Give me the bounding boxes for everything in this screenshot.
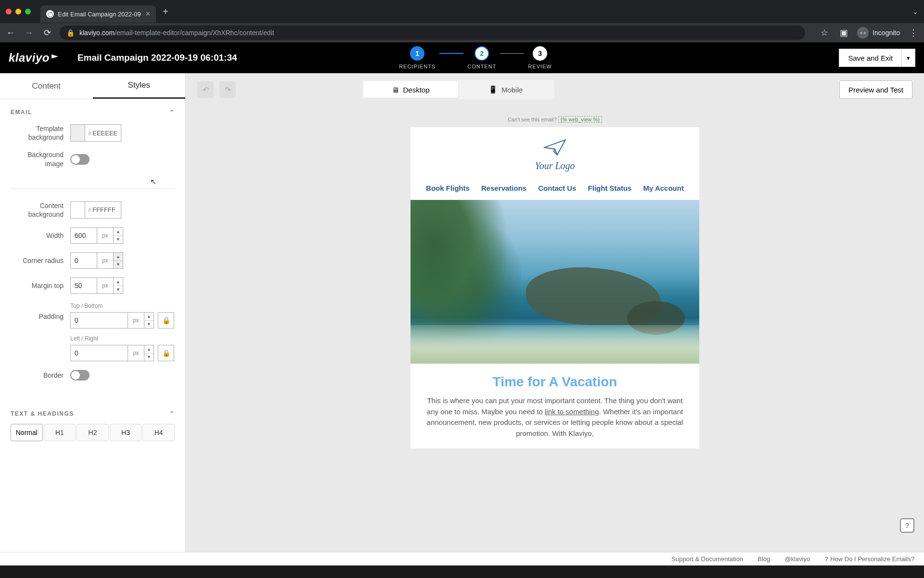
email-headline[interactable]: Time for A Vacation bbox=[411, 364, 699, 395]
incognito-indicator[interactable]: 👓 Incognito bbox=[857, 27, 900, 39]
desktop-view-button[interactable]: 🖥 Desktop bbox=[363, 81, 458, 98]
border-toggle[interactable] bbox=[70, 370, 90, 381]
email-preview[interactable]: Can't see this email? {% web_view %} You… bbox=[411, 112, 699, 552]
divider bbox=[11, 188, 175, 189]
klaviyo-logo[interactable]: klaviyo bbox=[9, 51, 58, 65]
help-bubble[interactable]: ? bbox=[900, 518, 914, 533]
new-tab-button[interactable]: + bbox=[163, 6, 168, 17]
htab-normal[interactable]: Normal bbox=[11, 424, 43, 441]
footer-blog-link[interactable]: Blog bbox=[757, 555, 770, 563]
tab-styles[interactable]: Styles bbox=[93, 73, 186, 99]
bookmark-star-icon[interactable]: ☆ bbox=[819, 27, 830, 38]
paper-plane-icon bbox=[543, 138, 566, 157]
close-tab-icon[interactable]: × bbox=[146, 10, 150, 18]
padding-lr-stepper[interactable]: ▲▼ bbox=[144, 345, 154, 361]
nav-flight-status[interactable]: Flight Status bbox=[588, 184, 632, 192]
footer-support-link[interactable]: Support & Documentation bbox=[671, 555, 743, 563]
radius-stepper[interactable]: ▲▼ bbox=[114, 252, 123, 269]
htab-h3[interactable]: H3 bbox=[110, 424, 142, 441]
step-down-icon[interactable]: ▼ bbox=[114, 236, 123, 244]
browser-tab[interactable]: ◯ Edit Email Campaign 2022-09 × bbox=[40, 5, 156, 23]
margin-label: Margin top bbox=[11, 281, 64, 290]
bg-image-toggle[interactable] bbox=[70, 154, 90, 165]
forward-button[interactable]: → bbox=[23, 28, 35, 38]
email-nav: Book Flights Reservations Contact Us Fli… bbox=[411, 178, 699, 200]
template-bg-swatch[interactable] bbox=[70, 124, 85, 142]
step-review[interactable]: 3 REVIEW bbox=[528, 46, 552, 69]
step-content[interactable]: 2 CONTENT bbox=[467, 46, 496, 69]
radius-input[interactable] bbox=[70, 252, 97, 269]
email-content[interactable]: Your Logo Book Flights Reservations Cont… bbox=[411, 127, 699, 448]
body-link[interactable]: link to something bbox=[545, 407, 599, 416]
reload-button[interactable]: ⟳ bbox=[41, 27, 53, 38]
lock-icon[interactable]: 🔒 bbox=[158, 345, 174, 361]
width-label: Width bbox=[11, 231, 64, 240]
close-window[interactable] bbox=[6, 9, 12, 14]
canvas-scroll[interactable]: Can't see this email? {% web_view %} You… bbox=[186, 106, 924, 552]
step-down-icon[interactable]: ▼ bbox=[114, 261, 123, 269]
panel-icon[interactable]: ▣ bbox=[838, 27, 849, 38]
redo-button[interactable]: ↷ bbox=[219, 81, 236, 98]
unit-px: px bbox=[128, 312, 144, 328]
save-and-exit-button[interactable]: Save and Exit bbox=[839, 49, 902, 67]
padding-tb-stepper[interactable]: ▲▼ bbox=[144, 312, 154, 328]
step-number: 2 bbox=[475, 46, 489, 61]
chevron-up-icon: ⌃ bbox=[169, 410, 175, 417]
email-body-text[interactable]: This is where you can put your most impo… bbox=[411, 395, 699, 448]
content-bg-swatch[interactable] bbox=[70, 201, 85, 219]
tab-title: Edit Email Campaign 2022-09 bbox=[58, 11, 141, 18]
footer-help-link[interactable]: ?How Do I Personalize Emails? bbox=[824, 555, 914, 563]
margin-input[interactable] bbox=[70, 277, 97, 294]
preview-and-test-button[interactable]: Preview and Test bbox=[839, 80, 912, 99]
undo-button[interactable]: ↶ bbox=[197, 81, 214, 98]
step-down-icon[interactable]: ▼ bbox=[114, 286, 123, 294]
section-email-header[interactable]: EMAIL ⌃ bbox=[0, 99, 185, 122]
back-button[interactable]: ← bbox=[5, 28, 16, 38]
padding-lr-input[interactable] bbox=[70, 345, 128, 361]
incognito-label: Incognito bbox=[873, 29, 900, 37]
width-input[interactable] bbox=[70, 227, 97, 244]
hero-image[interactable] bbox=[411, 200, 699, 364]
view-online-text: Can't see this email? bbox=[508, 117, 558, 122]
tab-content[interactable]: Content bbox=[0, 73, 93, 99]
nav-reservations[interactable]: Reservations bbox=[481, 184, 526, 192]
htab-h1[interactable]: H1 bbox=[44, 424, 76, 441]
web-view-tag[interactable]: {% web_view %} bbox=[558, 116, 602, 123]
step-recipients[interactable]: 1 RECIPIENTS bbox=[399, 46, 436, 69]
step-up-icon[interactable]: ▲ bbox=[114, 253, 123, 261]
footer-twitter-link[interactable]: @klaviyo bbox=[784, 555, 810, 563]
margin-stepper[interactable]: ▲▼ bbox=[114, 277, 123, 294]
step-up-icon[interactable]: ▲ bbox=[144, 313, 154, 321]
lock-icon[interactable]: 🔒 bbox=[158, 312, 174, 328]
nav-my-account[interactable]: My Account bbox=[643, 184, 683, 192]
kebab-menu-icon[interactable]: ⋮ bbox=[908, 27, 919, 38]
browser-tab-strip: ◯ Edit Email Campaign 2022-09 × + ⌄ bbox=[0, 0, 924, 23]
progress-stepper: 1 RECIPIENTS 2 CONTENT 3 REVIEW bbox=[399, 46, 552, 69]
nav-contact-us[interactable]: Contact Us bbox=[538, 184, 576, 192]
app-footer: Support & Documentation Blog @klaviyo ?H… bbox=[0, 552, 924, 565]
mobile-view-button[interactable]: 📱 Mobile bbox=[458, 81, 553, 98]
step-up-icon[interactable]: ▲ bbox=[114, 278, 123, 286]
step-down-icon[interactable]: ▼ bbox=[144, 354, 154, 361]
save-dropdown-button[interactable]: ▾ bbox=[902, 49, 915, 67]
htab-h2[interactable]: H2 bbox=[77, 424, 109, 441]
step-up-icon[interactable]: ▲ bbox=[144, 345, 154, 354]
step-up-icon[interactable]: ▲ bbox=[114, 228, 123, 236]
step-down-icon[interactable]: ▼ bbox=[144, 321, 154, 328]
email-logo[interactable]: Your Logo bbox=[411, 127, 699, 178]
section-title: TEXT & HEADINGS bbox=[11, 410, 74, 417]
tab-list-chevron-icon[interactable]: ⌄ bbox=[912, 8, 918, 15]
width-stepper[interactable]: ▲▼ bbox=[114, 227, 123, 244]
nav-book-flights[interactable]: Book Flights bbox=[426, 184, 470, 192]
section-text-header[interactable]: TEXT & HEADINGS ⌃ bbox=[0, 401, 185, 424]
padding-tb-input[interactable] bbox=[70, 312, 128, 328]
maximize-window[interactable] bbox=[25, 9, 31, 14]
htab-h4[interactable]: H4 bbox=[142, 424, 175, 441]
template-bg-input[interactable]: #EEEEEE bbox=[85, 124, 121, 142]
step-label: CONTENT bbox=[467, 64, 496, 69]
minimize-window[interactable] bbox=[15, 9, 21, 14]
content-bg-input[interactable]: #FFFFFF bbox=[85, 201, 121, 219]
content-bg-label: Content background bbox=[11, 201, 64, 219]
address-bar[interactable]: 🔒 klaviyo.com/email-template-editor/camp… bbox=[60, 26, 805, 40]
logo-text: klaviyo bbox=[9, 51, 50, 65]
